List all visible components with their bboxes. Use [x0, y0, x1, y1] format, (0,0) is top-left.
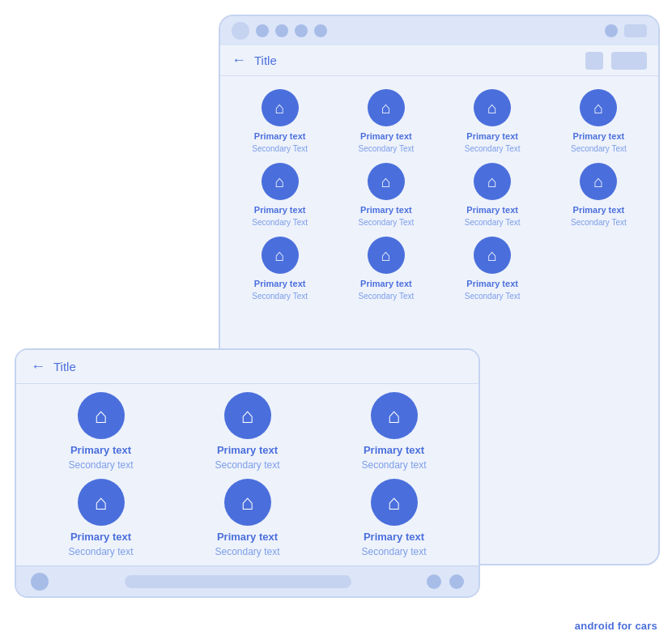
- home-icon-circle: ⌂: [224, 392, 271, 439]
- home-icon-circle: ⌂: [368, 237, 405, 274]
- watermark: android for cars: [575, 620, 657, 632]
- home-icon: ⌂: [241, 492, 254, 513]
- grid-secondary-text: Secondary text: [68, 459, 133, 471]
- toolbar-icon-rect[interactable]: [585, 52, 603, 70]
- grid-secondary-text: Secondary Text: [571, 144, 627, 153]
- bottom-dot-sm-2: [449, 574, 464, 589]
- home-icon: ⌂: [241, 405, 254, 426]
- phone-toolbar: ← Title: [220, 45, 658, 76]
- grid-primary-text: Primary text: [360, 205, 412, 215]
- home-icon-circle: ⌂: [262, 89, 299, 126]
- grid-item[interactable]: ⌂ Primary text Secondary Text: [228, 237, 331, 301]
- grid-secondary-text: Secondary Text: [571, 218, 627, 227]
- grid-primary-text: Primary text: [254, 131, 306, 141]
- home-icon-circle: ⌂: [78, 479, 125, 526]
- grid-item[interactable]: ⌂ Primary text Secondary Text: [334, 89, 437, 153]
- toolbar-icon-rect-wide[interactable]: [611, 52, 647, 70]
- grid-item[interactable]: ⌂ Primary text Secondary Text: [441, 89, 544, 153]
- status-dot-large: [232, 22, 249, 40]
- home-icon-circle: ⌂: [262, 163, 299, 200]
- status-dot-3: [295, 24, 308, 37]
- grid-primary-text: Primary text: [217, 444, 278, 456]
- grid-primary-text: Primary text: [364, 444, 424, 456]
- bottom-dot-left: [31, 573, 49, 591]
- home-icon: ⌂: [275, 100, 285, 116]
- home-icon-circle: ⌂: [371, 392, 418, 439]
- grid-item[interactable]: ⌂ Primary text Secondary Text: [334, 163, 437, 227]
- home-icon: ⌂: [487, 247, 497, 263]
- home-icon: ⌂: [388, 405, 401, 426]
- grid-secondary-text: Secondary text: [361, 546, 426, 557]
- grid-item[interactable]: ⌂ Primary text Secondary Text: [228, 163, 331, 227]
- home-icon-circle: ⌂: [474, 163, 511, 200]
- grid-item[interactable]: ⌂ Primary text Secondary Text: [441, 237, 544, 301]
- grid-secondary-text: Secondary text: [215, 546, 279, 557]
- watermark-suffix: for cars: [615, 620, 657, 632]
- grid-secondary-text: Secondary text: [361, 459, 426, 471]
- home-icon: ⌂: [275, 247, 285, 263]
- tablet-grid-item[interactable]: ⌂ Primary text Secondary text: [177, 479, 317, 557]
- grid-primary-text: Primary text: [254, 279, 306, 288]
- bottom-right-dots: [427, 574, 464, 589]
- grid-primary-text: Primary text: [360, 131, 412, 141]
- grid-primary-text: Primary text: [360, 279, 412, 288]
- home-icon: ⌂: [593, 100, 603, 116]
- grid-primary-text: Primary text: [70, 531, 131, 543]
- home-icon-circle: ⌂: [224, 479, 271, 526]
- grid-item[interactable]: ⌂ Primary text Secondary Text: [228, 89, 331, 153]
- tablet-grid-item[interactable]: ⌂ Primary text Secondary text: [324, 479, 464, 557]
- grid-secondary-text: Secondary Text: [465, 292, 521, 301]
- back-button[interactable]: ←: [232, 52, 246, 69]
- tablet-grid-item[interactable]: ⌂ Primary text Secondary text: [177, 392, 317, 471]
- home-icon: ⌂: [593, 173, 603, 190]
- grid-secondary-text: Secondary Text: [252, 144, 308, 153]
- home-icon: ⌂: [95, 405, 108, 426]
- grid-item[interactable]: ⌂ Primary text Secondary Text: [334, 237, 437, 301]
- tablet-toolbar: ← Title: [16, 350, 478, 384]
- watermark-prefix: android: [575, 620, 615, 632]
- tablet-back-button[interactable]: ←: [31, 358, 45, 375]
- grid-item[interactable]: ⌂ Primary text Secondary Text: [547, 163, 650, 227]
- grid-primary-text: Primary text: [70, 444, 131, 456]
- grid-primary-text: Primary text: [466, 205, 518, 215]
- tablet-title: Title: [53, 360, 464, 373]
- home-icon-circle: ⌂: [368, 89, 405, 126]
- grid-item[interactable]: ⌂ Primary text Secondary Text: [547, 89, 650, 153]
- grid-secondary-text: Secondary Text: [359, 144, 415, 153]
- grid-secondary-text: Secondary Text: [359, 292, 415, 301]
- home-icon-circle: ⌂: [580, 163, 617, 200]
- home-icon: ⌂: [381, 100, 391, 116]
- tablet-grid-item[interactable]: ⌂ Primary text Secondary text: [31, 392, 171, 471]
- home-icon-circle: ⌂: [474, 89, 511, 126]
- grid-secondary-text: Secondary Text: [252, 218, 308, 227]
- grid-item[interactable]: ⌂ Primary text Secondary Text: [441, 163, 544, 227]
- grid-secondary-text: Secondary Text: [465, 144, 521, 153]
- grid-secondary-text: Secondary text: [68, 546, 133, 557]
- phone-status-bar: [220, 16, 658, 45]
- status-dot-right-1: [605, 24, 618, 37]
- tablet-grid-item[interactable]: ⌂ Primary text Secondary text: [324, 392, 464, 471]
- home-icon-circle: ⌂: [262, 237, 299, 274]
- phone-grid: ⌂ Primary text Secondary Text ⌂ Primary …: [228, 89, 650, 301]
- home-icon-circle: ⌂: [368, 163, 405, 200]
- tablet-mockup: ← Title ⌂ Primary text Secondary text ⌂ …: [15, 348, 480, 598]
- tablet-grid-item[interactable]: ⌂ Primary text Secondary text: [31, 479, 171, 557]
- tablet-content: ⌂ Primary text Secondary text ⌂ Primary …: [16, 384, 478, 565]
- home-icon: ⌂: [275, 173, 285, 190]
- tablet-bottom-bar: [16, 565, 478, 596]
- grid-secondary-text: Secondary Text: [465, 218, 521, 227]
- home-icon: ⌂: [381, 173, 391, 190]
- grid-primary-text: Primary text: [364, 531, 424, 543]
- status-dot-4: [314, 24, 327, 37]
- grid-primary-text: Primary text: [466, 131, 518, 141]
- grid-primary-text: Primary text: [254, 205, 306, 215]
- status-rect-small: [624, 24, 647, 37]
- phone-title: Title: [254, 53, 577, 67]
- grid-primary-text: Primary text: [217, 531, 278, 543]
- home-icon: ⌂: [487, 100, 497, 116]
- status-dot-1: [256, 24, 269, 37]
- grid-primary-text: Primary text: [573, 205, 625, 215]
- grid-secondary-text: Secondary text: [215, 459, 279, 471]
- tablet-grid: ⌂ Primary text Secondary text ⌂ Primary …: [31, 392, 464, 557]
- bottom-dot-sm-1: [427, 574, 441, 589]
